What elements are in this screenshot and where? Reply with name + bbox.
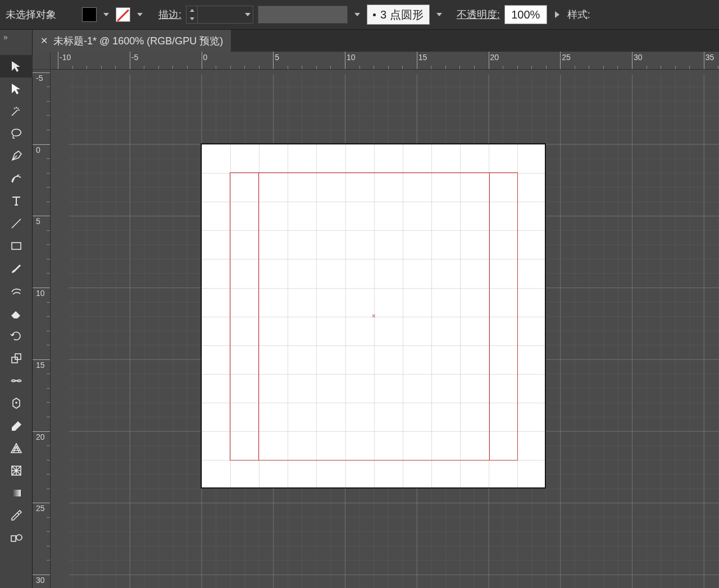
paintbrush-tool[interactable]	[0, 257, 33, 280]
ruler-h-label: -5	[131, 53, 138, 62]
no-selection-label: 未选择对象	[6, 8, 56, 21]
pen-tool[interactable]	[0, 145, 33, 167]
ruler-h-label: 5	[275, 53, 279, 62]
svg-rect-6	[11, 536, 16, 541]
rectangle-tool[interactable]	[0, 235, 33, 257]
ruler-h-label: 25	[562, 53, 571, 62]
svg-rect-2	[15, 354, 21, 359]
stroke-weight-field[interactable]	[186, 6, 253, 24]
type-tool[interactable]	[0, 190, 33, 212]
perspective-grid-tool[interactable]	[0, 437, 33, 459]
brush-dropdown[interactable]	[434, 7, 444, 22]
chevron-down-icon	[103, 13, 109, 16]
rotate-tool[interactable]	[0, 325, 33, 347]
style-label: 样式:	[567, 8, 590, 21]
chevron-down-icon	[436, 13, 442, 16]
ruler-origin[interactable]	[33, 52, 51, 70]
opacity-value: 100%	[511, 8, 540, 21]
ruler-v-label: 0	[36, 145, 40, 154]
ruler-h-label: -10	[60, 53, 71, 62]
ruler-v-label: 15	[36, 361, 45, 370]
ruler-v-label: 5	[36, 217, 40, 226]
ruler-h-label: 20	[490, 53, 499, 62]
ruler-h-label: 0	[203, 53, 208, 62]
direct-selection-tool[interactable]	[0, 78, 33, 100]
options-bar: 未选择对象 描边: 3 点圆形 不透明度: 100% 样式:	[0, 0, 719, 29]
shaper-tool[interactable]	[0, 280, 33, 302]
stroke-weight-dropdown[interactable]	[243, 7, 253, 22]
stroke-swatch-dropdown[interactable]	[135, 7, 145, 22]
horizontal-ruler[interactable]: -10-505101520253035	[51, 52, 719, 70]
panel-toggle-button[interactable]	[0, 30, 33, 52]
stroke-label[interactable]: 描边:	[158, 8, 181, 21]
brush-label: 3 点圆形	[380, 7, 424, 22]
stroke-weight-stepper[interactable]	[186, 6, 198, 23]
ruler-v-label: 25	[36, 504, 45, 513]
free-transform-tool[interactable]	[0, 392, 33, 414]
ruler-v-label: 30	[36, 576, 45, 585]
eyedropper-tool[interactable]	[0, 504, 33, 527]
opacity-flyout-icon[interactable]	[555, 11, 559, 18]
scale-tool[interactable]	[0, 347, 33, 370]
ruler-v-label: 20	[36, 432, 45, 441]
canvas-area: -10-505101520253035 -5051015202530	[33, 52, 719, 588]
width-tool[interactable]	[0, 370, 33, 392]
ruler-h-label: 10	[347, 53, 356, 62]
blend-tool[interactable]	[0, 527, 33, 549]
viewport[interactable]: ✕	[51, 70, 719, 588]
stroke-swatch[interactable]	[116, 7, 130, 22]
double-chevron-right-icon	[3, 32, 8, 42]
profile-dropdown[interactable]	[352, 7, 362, 22]
shape-builder-tool[interactable]	[0, 414, 33, 437]
ruler-h-label: 15	[418, 53, 427, 62]
chevron-down-icon	[190, 17, 194, 20]
svg-rect-0	[12, 243, 21, 249]
workspace: -10-505101520253035 -5051015202530	[0, 52, 719, 588]
chevron-down-icon	[137, 13, 143, 16]
brush-dot-icon	[373, 13, 376, 16]
ruler-v-label: -5	[36, 74, 43, 83]
lasso-tool[interactable]	[0, 122, 33, 145]
svg-point-7	[16, 535, 22, 540]
svg-rect-1	[12, 357, 17, 363]
ruler-v-label: 10	[36, 289, 45, 298]
variable-width-profile[interactable]	[258, 6, 348, 24]
ruler-h-label: 30	[634, 53, 643, 62]
svg-point-3	[16, 402, 17, 403]
chevron-down-icon	[354, 13, 360, 16]
chevron-down-icon	[245, 13, 251, 16]
mesh-tool[interactable]	[0, 459, 33, 482]
fill-dropdown[interactable]	[101, 7, 111, 22]
brush-definition[interactable]: 3 点圆形	[367, 4, 430, 25]
stepper-up[interactable]	[186, 6, 197, 15]
opacity-field[interactable]: 100%	[504, 5, 547, 24]
guide-line-left	[258, 172, 259, 461]
close-icon[interactable]: ✕	[40, 35, 48, 46]
tools-panel	[0, 52, 33, 588]
document-tab[interactable]: ✕ 未标题-1* @ 1600% (RGB/GPU 预览)	[33, 30, 231, 52]
gradient-tool[interactable]	[0, 482, 33, 504]
document-tab-row: ✕ 未标题-1* @ 1600% (RGB/GPU 预览)	[0, 29, 719, 52]
artboard[interactable]: ✕	[201, 144, 545, 488]
selection-tool[interactable]	[0, 55, 33, 78]
svg-rect-5	[12, 490, 21, 496]
guide-line-right	[489, 172, 490, 461]
document-tab-title: 未标题-1* @ 1600% (RGB/GPU 预览)	[53, 34, 223, 48]
stepper-down[interactable]	[186, 15, 197, 23]
chevron-up-icon	[190, 9, 194, 12]
magic-wand-tool[interactable]	[0, 100, 33, 122]
fill-swatch[interactable]	[82, 7, 97, 22]
eraser-tool[interactable]	[0, 302, 33, 325]
center-mark-icon: ✕	[371, 313, 376, 319]
curvature-tool[interactable]	[0, 167, 33, 190]
opacity-label[interactable]: 不透明度:	[457, 8, 500, 21]
line-segment-tool[interactable]	[0, 212, 33, 235]
ruler-h-label: 35	[706, 53, 715, 62]
vertical-ruler[interactable]: -5051015202530	[33, 70, 51, 588]
